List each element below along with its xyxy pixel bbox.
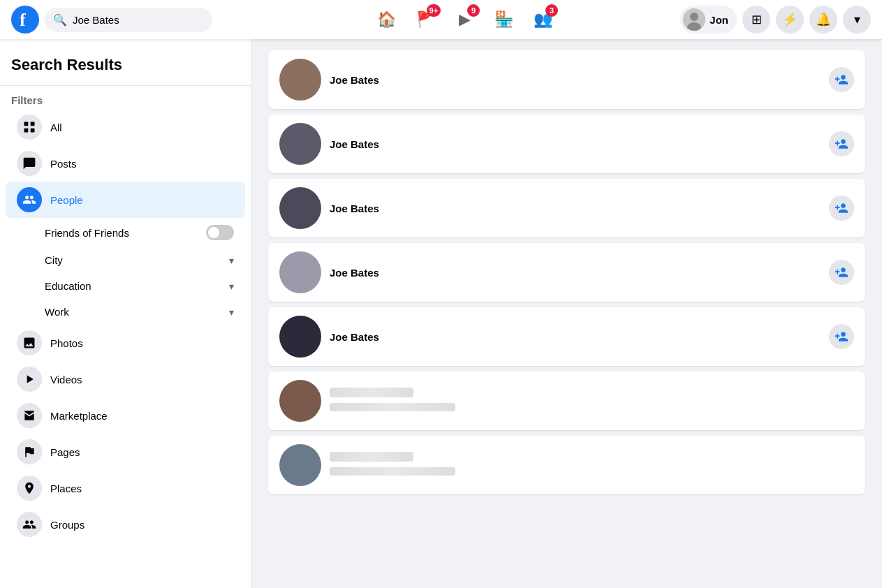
svg-rect-5 (24, 122, 29, 126)
main-layout: Search Results Filters All Posts People (0, 39, 882, 588)
store-nav-button[interactable]: 🏪 (487, 3, 520, 36)
filter-label: Education (45, 280, 91, 292)
sidebar-item-people[interactable]: People (6, 182, 245, 218)
sidebar-item-posts[interactable]: Posts (6, 145, 245, 182)
result-card (268, 436, 865, 494)
sidebar-item-photos[interactable]: Photos (6, 325, 245, 361)
add-friend-button[interactable] (829, 67, 854, 92)
search-icon: 🔍 (53, 13, 67, 27)
sidebar-item-label: Places (50, 483, 82, 494)
add-friend-button[interactable] (829, 131, 854, 156)
navbar: f 🔍 🏠 🚩 9+ ▶ 9 🏪 👥 3 (0, 0, 882, 39)
navbar-center: 🏠 🚩 9+ ▶ 9 🏪 👥 3 (249, 3, 680, 36)
result-info: Joe Bates (330, 74, 821, 86)
sidebar-item-pages[interactable]: Pages (6, 434, 245, 470)
blurred-name (330, 388, 413, 397)
search-input[interactable] (73, 14, 204, 26)
blurred-sub (330, 467, 455, 476)
filter-work[interactable]: Work ▾ (6, 299, 245, 325)
pages-icon (17, 439, 42, 464)
sidebar-item-label: Photos (50, 337, 83, 349)
sidebar-item-label: Groups (50, 519, 84, 531)
sidebar-item-videos[interactable]: Videos (6, 361, 245, 397)
svg-rect-8 (31, 128, 35, 133)
search-results-main: Joe Bates Joe Bates Joe Bates (251, 39, 882, 588)
result-card (268, 372, 865, 430)
user-chip[interactable]: Jon (680, 6, 737, 34)
add-friend-button[interactable] (829, 260, 854, 285)
sidebar-item-places[interactable]: Places (6, 470, 245, 506)
home-nav-button[interactable]: 🏠 (369, 3, 403, 36)
filter-label: City (45, 254, 63, 266)
store-icon: 🏪 (494, 10, 513, 29)
avatar (279, 59, 321, 101)
avatar (279, 380, 321, 422)
video-badge: 9 (467, 4, 480, 17)
result-info (330, 386, 854, 416)
add-friend-button[interactable] (829, 324, 854, 349)
groups-icon (17, 512, 42, 537)
sidebar-item-label: Posts (50, 158, 77, 170)
filter-label: Friends of Friends (45, 227, 129, 239)
groups-nav-button[interactable]: 👥 3 (526, 3, 559, 36)
messenger-button[interactable]: ⚡ (776, 6, 804, 34)
result-name: Joe Bates (330, 267, 821, 279)
result-card: Joe Bates (268, 243, 865, 302)
blurred-sub (330, 403, 455, 411)
result-info: Joe Bates (330, 138, 821, 150)
result-card: Joe Bates (268, 115, 865, 173)
avatar (279, 123, 321, 165)
filter-label: Work (45, 306, 69, 318)
chevron-down-icon: ▾ (229, 255, 234, 266)
result-card: Joe Bates (268, 179, 865, 237)
svg-point-3 (690, 13, 698, 21)
all-icon (17, 115, 42, 140)
sidebar-item-label: Marketplace (50, 410, 108, 422)
dropdown-button[interactable]: ▾ (843, 6, 871, 34)
svg-text:f: f (20, 10, 26, 30)
grid-button[interactable]: ⊞ (742, 6, 770, 34)
result-name: Joe Bates (330, 331, 821, 343)
sidebar-item-label: People (50, 194, 83, 206)
result-name: Joe Bates (330, 203, 821, 214)
filter-education[interactable]: Education ▾ (6, 273, 245, 299)
messenger-icon: ⚡ (782, 12, 798, 27)
avatar (683, 8, 705, 31)
sidebar-item-label: Pages (50, 446, 80, 458)
sidebar-item-label: Videos (50, 374, 82, 385)
result-info: Joe Bates (330, 203, 821, 214)
flag-nav-button[interactable]: 🚩 9+ (409, 3, 442, 36)
result-info (330, 450, 854, 480)
page-title: Search Results (0, 50, 251, 82)
search-bar[interactable]: 🔍 (45, 8, 212, 32)
flag-badge: 9+ (427, 4, 441, 17)
bell-button[interactable]: 🔔 (809, 6, 837, 34)
avatar (279, 187, 321, 229)
toggle-friends-of-friends[interactable] (206, 225, 234, 240)
marketplace-icon (17, 403, 42, 428)
result-info: Joe Bates (330, 331, 821, 343)
result-name: Joe Bates (330, 74, 821, 86)
sidebar-item-groups[interactable]: Groups (6, 506, 245, 543)
add-friend-button[interactable] (829, 196, 854, 221)
sidebar-item-marketplace[interactable]: Marketplace (6, 397, 245, 434)
photos-icon (17, 330, 42, 355)
bell-icon: 🔔 (816, 12, 831, 27)
toggle-knob (208, 227, 219, 238)
filter-city[interactable]: City ▾ (6, 247, 245, 273)
chevron-down-icon: ▾ (229, 281, 234, 292)
navbar-left: f 🔍 (11, 6, 249, 34)
sidebar-item-all[interactable]: All (6, 109, 245, 145)
result-card: Joe Bates (268, 50, 865, 109)
sidebar-item-label: All (50, 122, 62, 133)
navbar-right: Jon ⊞ ⚡ 🔔 ▾ (680, 6, 871, 34)
video-nav-button[interactable]: ▶ 9 (448, 3, 481, 36)
grid-icon: ⊞ (751, 12, 762, 27)
facebook-logo[interactable]: f (11, 6, 39, 34)
filter-friends-of-friends[interactable]: Friends of Friends (6, 218, 245, 247)
posts-icon (17, 151, 42, 176)
people-icon (17, 187, 42, 212)
videos-icon (17, 367, 42, 392)
result-name: Joe Bates (330, 138, 821, 150)
user-name: Jon (710, 14, 728, 26)
